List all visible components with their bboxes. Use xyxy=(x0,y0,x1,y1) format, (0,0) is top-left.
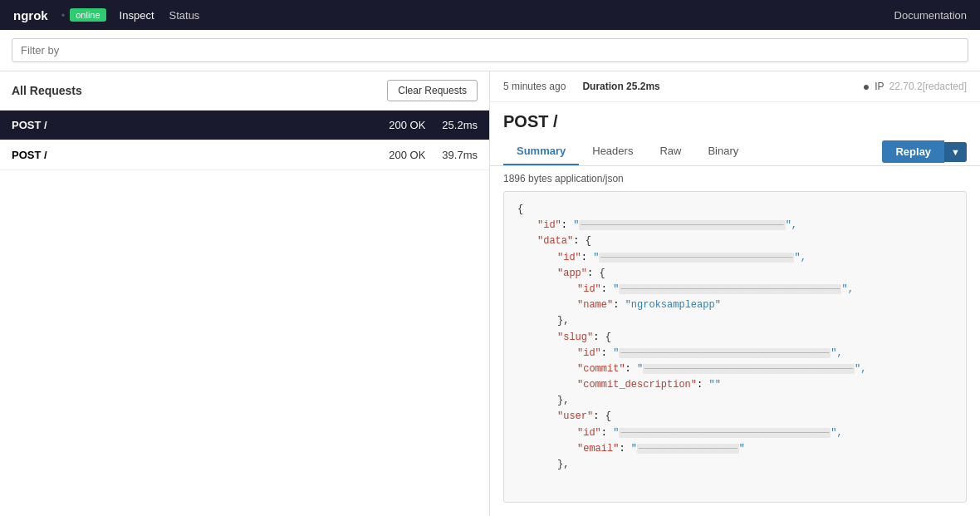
tab-headers[interactable]: Headers xyxy=(579,138,646,165)
user-icon: ● xyxy=(863,80,870,93)
nav-status[interactable]: Status xyxy=(169,9,200,22)
tab-summary[interactable]: Summary xyxy=(503,138,579,165)
request-status: 200 OK xyxy=(389,119,425,131)
filter-input[interactable] xyxy=(12,38,968,62)
replay-dropdown-button[interactable]: ▼ xyxy=(944,142,967,162)
tab-raw[interactable]: Raw xyxy=(646,138,694,165)
ip-value: 22.70.2[redacted] xyxy=(889,81,967,92)
navbar: ngrok • online Inspect Status Documentat… xyxy=(0,0,980,30)
meta-ip: ● IP 22.70.2[redacted] xyxy=(863,80,967,93)
request-item[interactable]: POST / 200 OK 25.2ms xyxy=(0,111,489,140)
status-badge: online xyxy=(70,8,105,22)
replay-btn-group: Replay ▼ xyxy=(882,140,967,163)
request-title: POST / xyxy=(490,102,980,138)
content-meta: 1896 bytes application/json xyxy=(490,166,980,191)
right-panel: 5 minutes ago Duration 25.2ms ● IP 22.70… xyxy=(490,71,980,516)
request-item[interactable]: POST / 200 OK 39.7ms xyxy=(0,140,489,170)
request-meta: 5 minutes ago Duration 25.2ms ● IP 22.70… xyxy=(490,71,980,102)
request-duration: 39.7ms xyxy=(442,149,478,161)
meta-duration: Duration 25.2ms xyxy=(582,81,659,92)
meta-time: 5 minutes ago xyxy=(503,81,566,92)
brand-logo: ngrok xyxy=(13,8,48,22)
nav-documentation[interactable]: Documentation xyxy=(894,9,967,22)
nav-separator: • xyxy=(61,9,66,22)
main-content: All Requests Clear Requests POST / 200 O… xyxy=(0,71,980,516)
request-duration: 25.2ms xyxy=(442,119,478,131)
requests-header: All Requests Clear Requests xyxy=(0,71,489,111)
left-panel: All Requests Clear Requests POST / 200 O… xyxy=(0,71,490,516)
all-requests-title: All Requests xyxy=(12,84,82,97)
request-status: 200 OK xyxy=(389,149,425,161)
request-method: POST / xyxy=(12,149,389,161)
request-list: POST / 200 OK 25.2ms POST / 200 OK 39.7m… xyxy=(0,111,489,516)
json-viewer[interactable]: { "id": "───────────────────────────────… xyxy=(503,191,967,503)
tabs-row: Summary Headers Raw Binary Replay ▼ xyxy=(490,138,980,166)
nav-inspect[interactable]: Inspect xyxy=(120,9,154,22)
request-method: POST / xyxy=(12,119,389,131)
clear-requests-button[interactable]: Clear Requests xyxy=(387,80,478,101)
tab-binary[interactable]: Binary xyxy=(694,138,752,165)
replay-button[interactable]: Replay xyxy=(882,140,944,163)
filter-bar xyxy=(0,30,980,71)
